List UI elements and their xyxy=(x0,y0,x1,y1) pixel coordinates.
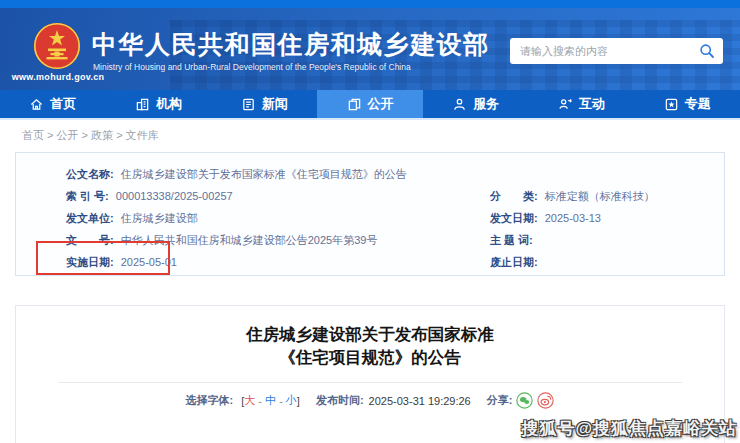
nav-item-label: 机构 xyxy=(156,95,182,113)
nav-item-organization[interactable]: 机构 xyxy=(106,90,212,118)
meta-value: 2025-05-01 xyxy=(121,256,177,268)
meta-label: 发文日期: xyxy=(490,212,538,224)
service-person-icon xyxy=(452,97,467,112)
meta-label: 索 引 号: xyxy=(66,190,109,202)
home-icon xyxy=(29,97,44,112)
meta-value: 住房城乡建设部关于发布国家标准《住宅项目规范》的公告 xyxy=(121,168,407,180)
font-size-chooser-label: 选择字体: xyxy=(186,393,234,408)
meta-label: 实施日期: xyxy=(66,256,114,268)
meta-row-implementation-date: 实施日期:2025-05-01 xyxy=(66,256,490,269)
article-title: 住房城乡建设部关于发布国家标准 《住宅项目规范》的公告 xyxy=(16,323,724,369)
breadcrumb[interactable]: 首页 > 公开 > 政策 > 文件库 xyxy=(22,128,159,143)
building-icon xyxy=(135,97,150,112)
weibo-icon[interactable] xyxy=(537,392,554,409)
font-size-medium-button[interactable]: 中 xyxy=(265,393,276,408)
meta-value: 标准定额（标准科技） xyxy=(545,190,655,202)
meta-row-issuing-unit: 发文单位:住房城乡建设部 xyxy=(66,212,490,225)
topbar xyxy=(0,0,740,8)
metadata-left-column: 公文名称:住房城乡建设部关于发布国家标准《住宅项目规范》的公告 索 引 号:00… xyxy=(66,168,490,278)
meta-row-repeal-date: 废止日期: xyxy=(490,256,716,269)
article-title-line1: 住房城乡建设部关于发布国家标准 xyxy=(16,323,724,346)
meta-label: 文 号: xyxy=(66,234,114,246)
meta-row-doc-name: 公文名称:住房城乡建设部关于发布国家标准《住宅项目规范》的公告 xyxy=(66,168,490,181)
search-box xyxy=(510,38,723,64)
main-nav: 首页 机构 新闻 公开 服务 xyxy=(0,90,740,118)
nav-item-home[interactable]: 首页 xyxy=(0,90,106,118)
meta-row-issue-date: 发文日期:2025-03-13 xyxy=(490,212,716,225)
mohurd-page: www.mohurd.gov.cn 中华人民共和国住房和城乡建设部 Minist… xyxy=(0,0,740,443)
share-label: 分享: xyxy=(487,393,513,408)
nav-item-disclosure[interactable]: 公开 xyxy=(317,90,423,118)
publish-time-value: 2025-03-31 19:29:26 xyxy=(369,395,471,407)
meta-row-subject-words: 主 题 词: xyxy=(490,234,716,247)
meta-row-index-number: 索 引 号:000013338/2025-00257 xyxy=(66,190,490,203)
font-size-close-bracket: ] xyxy=(297,395,300,407)
nav-item-news[interactable]: 新闻 xyxy=(211,90,317,118)
nav-item-label: 服务 xyxy=(473,95,499,113)
document-metadata-panel: 公文名称:住房城乡建设部关于发布国家标准《住宅项目规范》的公告 索 引 号:00… xyxy=(15,152,725,276)
publish-time-label: 发布时间: xyxy=(316,393,364,408)
article-divider xyxy=(58,382,682,383)
nav-item-interaction[interactable]: 互动 xyxy=(529,90,635,118)
font-size-large-button[interactable]: 大 xyxy=(244,393,255,408)
news-icon xyxy=(241,97,256,112)
site-banner: www.mohurd.gov.cn 中华人民共和国住房和城乡建设部 Minist… xyxy=(0,8,740,90)
meta-value: 住房城乡建设部 xyxy=(121,212,198,224)
site-url: www.mohurd.gov.cn xyxy=(10,72,106,82)
meta-value: 中华人民共和国住房和城乡建设部公告2025年第39号 xyxy=(121,234,378,246)
disclosure-icon xyxy=(347,97,362,112)
topics-star-icon xyxy=(664,97,679,112)
nav-item-services[interactable]: 服务 xyxy=(423,90,529,118)
meta-row-category: 分 类:标准定额（标准科技） xyxy=(490,190,716,203)
meta-row-doc-number: 文 号:中华人民共和国住房和城乡建设部公告2025年第39号 xyxy=(66,234,490,247)
meta-label: 废止日期: xyxy=(490,256,538,268)
site-subtitle-en: Ministry of Housing and Urban-Rural Deve… xyxy=(93,62,411,72)
site-title: 中华人民共和国住房和城乡建设部 xyxy=(92,28,490,61)
nav-underline xyxy=(0,118,740,120)
wechat-icon[interactable] xyxy=(516,392,533,409)
nav-item-label: 专题 xyxy=(685,95,711,113)
nav-item-topics[interactable]: 专题 xyxy=(634,90,740,118)
search-icon[interactable] xyxy=(699,43,715,59)
nav-item-label: 公开 xyxy=(368,95,394,113)
article-meta-bar: 选择字体: [大 - 中 - 小] 发布时间: 2025-03-31 19:29… xyxy=(16,392,724,409)
font-size-separator: - xyxy=(276,395,286,407)
article-title-line2: 《住宅项目规范》的公告 xyxy=(16,346,724,369)
nav-item-label: 互动 xyxy=(579,95,605,113)
nav-item-label: 新闻 xyxy=(262,95,288,113)
font-size-small-button[interactable]: 小 xyxy=(286,393,297,408)
font-size-separator: - xyxy=(255,395,265,407)
meta-label: 公文名称: xyxy=(66,168,114,180)
nav-item-label: 首页 xyxy=(50,95,76,113)
meta-label: 发文单位: xyxy=(66,212,114,224)
sohu-watermark: 搜狐号@搜狐焦点嘉峪关站 xyxy=(521,417,737,440)
meta-value: 2025-03-13 xyxy=(545,212,601,224)
meta-label: 分 类: xyxy=(490,190,538,202)
meta-label: 主 题 词: xyxy=(490,234,533,246)
interaction-icon xyxy=(558,97,573,112)
metadata-right-column: 分 类:标准定额（标准科技） 发文日期:2025-03-13 主 题 词: 废止… xyxy=(490,190,716,278)
national-emblem-icon xyxy=(33,22,81,70)
search-input[interactable] xyxy=(510,38,723,64)
meta-value: 000013338/2025-00257 xyxy=(116,190,233,202)
